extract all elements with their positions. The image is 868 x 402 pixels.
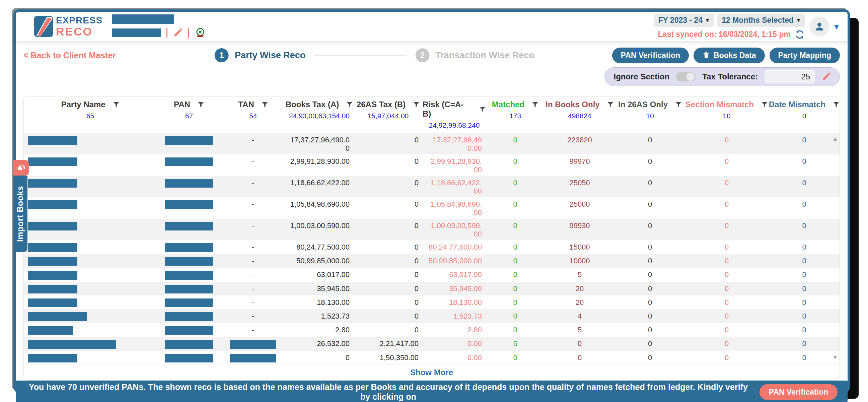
logo-text: EXPRESS RECO	[56, 16, 102, 37]
cell-as26: 0	[353, 240, 423, 254]
scroll-down-icon[interactable]: ▼	[832, 354, 838, 361]
filter-icon-as26[interactable]	[413, 101, 420, 108]
months-selector[interactable]: 12 Months Selected ▾	[717, 14, 805, 27]
filter-icon-in_books[interactable]	[607, 101, 614, 108]
party-mapping-button[interactable]: Party Mapping	[770, 48, 840, 63]
column-header-party: Party Name65	[24, 100, 157, 129]
redacted-party-bar	[28, 136, 78, 145]
table-row[interactable]: -80,24,77,500.00080,24,77,500.0001500000…	[24, 240, 840, 254]
filter-icon-risk[interactable]	[479, 106, 486, 113]
redacted-party-bar	[28, 243, 78, 252]
cell-sec_mm: 0	[685, 282, 768, 296]
edit-client-pencil-icon[interactable]	[173, 28, 183, 38]
cell-in_26as: 0	[615, 176, 685, 197]
redacted-party-bar	[28, 285, 78, 293]
column-total-as26: 15,97,044.00	[368, 112, 409, 120]
cell-date_mm: 0	[768, 323, 840, 337]
filter-icon-in_26as[interactable]	[675, 101, 682, 108]
table-row[interactable]: -17,37,27,96,490.00017,37,27,96,490.0002…	[24, 133, 840, 154]
table-row[interactable]: -1,05,84,98,690.0001,05,84,98,690.000250…	[24, 197, 840, 219]
redacted-party-bar	[28, 312, 87, 321]
divider	[166, 28, 167, 38]
income-tax-emblem-icon[interactable]	[194, 27, 206, 38]
pan-verification-button[interactable]: PAN Verification	[612, 48, 689, 63]
column-header-as26: 26AS Tax (B)15,97,044.00	[353, 100, 423, 129]
cell-in_26as: 0	[615, 133, 685, 154]
column-label-in_books: In Books Only	[546, 100, 599, 109]
fy-selector[interactable]: FY 2023 - 24 ▾	[654, 14, 714, 27]
cell-pan	[157, 309, 221, 323]
step-1-circle[interactable]: 1	[215, 48, 229, 62]
cell-in_books: 5	[545, 323, 615, 337]
edit-tolerance-pencil-icon[interactable]	[822, 72, 831, 82]
step-2-circle[interactable]: 2	[415, 48, 429, 62]
filter-icon-matched[interactable]	[532, 101, 538, 108]
table-row[interactable]: -1,18,66,62,422.0001,18,66,62,422.000250…	[24, 176, 840, 197]
user-avatar[interactable]	[809, 17, 830, 36]
redacted-party-bar	[28, 257, 78, 266]
table-row[interactable]: -1,523.7301,523.7304000	[24, 309, 840, 323]
redacted-pan-bar	[165, 157, 213, 166]
table-row[interactable]: 26,532.002,21,417.000.0050000	[24, 337, 840, 350]
books-data-button[interactable]: Books Data	[693, 48, 765, 63]
cell-risk: 17,37,27,96,490.00	[423, 133, 486, 154]
cell-books: 80,24,77,500.00	[285, 240, 353, 254]
table-row[interactable]: -50,99,85,000.00050,99,85,000.0001000000…	[24, 254, 840, 268]
banner-pan-verification-button[interactable]: PAN Verification	[760, 384, 838, 400]
cell-risk: 0.00	[423, 337, 486, 350]
redacted-party-bar	[28, 299, 78, 307]
column-label-sec_mm: Section Mismatch	[685, 100, 754, 109]
filter-icon-date_mm[interactable]	[833, 101, 840, 108]
refresh-icon[interactable]	[795, 29, 805, 39]
cell-pan	[157, 197, 221, 219]
announcement-button[interactable]	[13, 160, 29, 176]
cell-in_26as: 0	[615, 154, 685, 176]
cell-in_26as: 0	[615, 337, 685, 350]
back-to-client-master-link[interactable]: < Back to Client Master	[24, 51, 116, 60]
cell-party	[24, 197, 157, 219]
column-label-as26: 26AS Tax (B)	[356, 100, 406, 109]
cell-tan: -	[221, 176, 285, 197]
scroll-up-icon[interactable]: ▲	[832, 136, 838, 143]
cell-in_books: 20	[545, 282, 615, 296]
table-row[interactable]: -1,00,03,00,590.0001,00,03,00,590.000999…	[24, 219, 840, 240]
cell-date_mm: 0	[768, 254, 840, 268]
party-mapping-label: Party Mapping	[778, 51, 831, 60]
ignore-section-toggle[interactable]	[676, 72, 695, 82]
cell-date_mm: 0	[768, 176, 840, 197]
cell-books: 26,532.00	[285, 337, 353, 350]
table-scrollbar[interactable]: ▲ ▼	[832, 133, 838, 364]
cell-tan: -	[221, 323, 285, 337]
filter-icon-tan[interactable]	[261, 101, 268, 108]
import-books-tab[interactable]: Import Books	[13, 176, 27, 252]
cell-tan: -	[221, 309, 285, 323]
redacted-party-bar	[28, 354, 78, 363]
user-menu-chevron-icon[interactable]: ▾	[834, 21, 839, 32]
cell-tan: -	[221, 240, 285, 254]
redacted-pan-bar	[165, 285, 213, 293]
table-row[interactable]: -2.8002.8005000	[24, 323, 840, 337]
cell-pan	[157, 323, 221, 337]
table-row[interactable]: -2,99,91,28,930.0002,99,91,28,930.000999…	[24, 154, 840, 176]
redacted-pan-bar	[165, 200, 213, 209]
tax-tolerance-input[interactable]	[765, 70, 815, 84]
cell-matched: 5	[486, 337, 545, 350]
show-more-link[interactable]: Show More	[410, 368, 453, 377]
filter-icon-books[interactable]	[346, 101, 353, 108]
table-row[interactable]: 01,50,350.000.0000000	[24, 351, 840, 365]
left-side-rail: Import Books	[13, 160, 29, 252]
table-row[interactable]: -18,130.00018,130.00020000	[24, 296, 840, 309]
cell-as26: 0	[353, 282, 423, 296]
import-books-label: Import Books	[16, 186, 26, 242]
filter-icon-sec_mm[interactable]	[761, 101, 768, 108]
table-row[interactable]: -63,017.00063,017.0005000	[24, 268, 840, 281]
redacted-party-bar	[28, 271, 78, 280]
redacted-party-bar	[28, 326, 73, 335]
column-total-party: 65	[86, 112, 94, 120]
filter-icon-pan[interactable]	[197, 101, 204, 108]
cell-tan	[221, 337, 285, 350]
filter-icon-party[interactable]	[113, 101, 120, 108]
table-row[interactable]: -35,945.00035,945.00020000	[24, 282, 840, 296]
nav-row: < Back to Client Master 1 Party Wise Rec…	[24, 47, 840, 64]
ignore-section-label: Ignore Section	[614, 72, 670, 82]
